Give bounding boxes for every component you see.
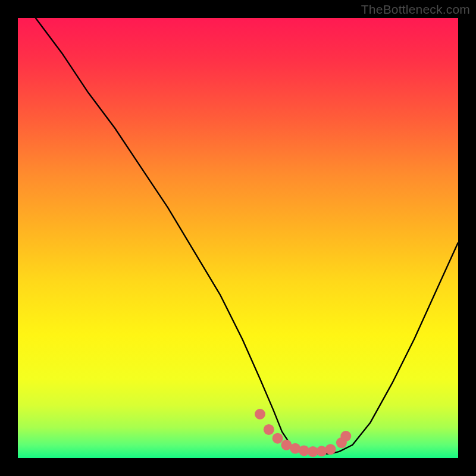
valley-marker bbox=[264, 424, 274, 435]
bottleneck-chart bbox=[0, 0, 476, 476]
chart-frame: TheBottleneck.com bbox=[0, 0, 476, 476]
valley-marker bbox=[255, 409, 265, 419]
valley-marker bbox=[325, 444, 336, 455]
watermark-text: TheBottleneck.com bbox=[361, 2, 470, 17]
valley-marker bbox=[340, 431, 351, 441]
gradient-plot-area bbox=[18, 18, 458, 458]
valley-marker bbox=[273, 433, 283, 444]
valley-marker bbox=[317, 446, 327, 456]
